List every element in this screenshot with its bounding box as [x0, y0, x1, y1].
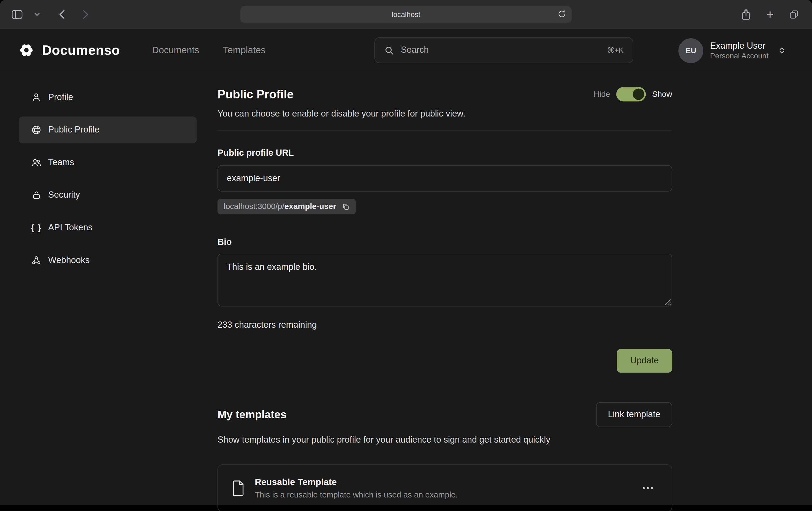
search-shortcut: ⌘+K	[607, 46, 624, 54]
sidebar-toggle-icon[interactable]	[9, 7, 25, 22]
globe-icon	[31, 125, 41, 135]
address-bar[interactable]: localhost	[240, 6, 572, 23]
profile-link-chip: localhost:3000/p/example-user	[218, 199, 356, 214]
profile-visibility-toggle[interactable]	[616, 87, 646, 102]
public-profile-panel: Public Profile Hide Show You can choose …	[218, 71, 672, 505]
template-card: Reusable Template This is a reusable tem…	[218, 464, 672, 511]
divider	[218, 130, 672, 131]
sidebar-item-label: Teams	[48, 157, 74, 168]
ellipsis-icon	[643, 487, 645, 489]
toolbar-chevron-down-icon[interactable]	[29, 7, 45, 22]
bio-label: Bio	[218, 237, 672, 247]
characters-remaining: 233 characters remaining	[218, 320, 672, 330]
settings-sidebar: Profile Public Profile Teams Security	[0, 71, 218, 505]
sidebar-item-public-profile[interactable]: Public Profile	[19, 117, 197, 144]
show-label: Show	[652, 90, 672, 99]
sidebar-item-label: Profile	[48, 92, 73, 102]
user-account-type: Personal Account	[710, 51, 768, 61]
user-name: Example User	[710, 40, 768, 51]
template-description: This is a reusable template which is use…	[255, 490, 458, 500]
bio-textarea[interactable]: This is an example bio.	[218, 253, 672, 306]
webhook-icon	[31, 255, 41, 266]
template-title: Reusable Template	[255, 477, 458, 488]
public-profile-url-input[interactable]	[218, 165, 672, 192]
toggle-knob	[633, 88, 644, 100]
search-placeholder: Search	[401, 45, 429, 55]
sidebar-item-security[interactable]: Security	[19, 182, 197, 209]
search-icon	[384, 46, 394, 55]
hide-label: Hide	[594, 90, 610, 99]
profile-link-slug: example-user	[285, 202, 336, 211]
sidebar-item-teams[interactable]: Teams	[19, 149, 197, 176]
share-icon[interactable]	[738, 7, 754, 22]
user-menu[interactable]: EU Example User Personal Account	[678, 29, 786, 71]
my-templates-title: My templates	[218, 409, 286, 421]
documenso-logo-icon	[18, 41, 35, 59]
nav-templates[interactable]: Templates	[223, 45, 266, 56]
link-template-button[interactable]: Link template	[596, 402, 672, 427]
sidebar-item-profile[interactable]: Profile	[19, 84, 197, 111]
address-url-text: localhost	[392, 10, 420, 19]
public-profile-url-label: Public profile URL	[218, 148, 672, 158]
braces-icon: { }	[31, 223, 41, 232]
sidebar-item-label: API Tokens	[48, 222, 92, 233]
back-button[interactable]	[54, 7, 69, 22]
avatar[interactable]: EU	[678, 38, 703, 63]
file-icon	[232, 480, 245, 497]
lock-icon	[31, 190, 41, 200]
reload-icon[interactable]	[557, 9, 567, 19]
visibility-toggle-group: Hide Show	[594, 87, 672, 102]
new-tab-icon[interactable]: +	[766, 8, 774, 21]
page-title: Public Profile	[218, 87, 293, 101]
profile-link-prefix: localhost:3000/p/	[224, 202, 284, 211]
chevrons-up-down-icon[interactable]	[777, 46, 786, 55]
copy-icon[interactable]	[342, 203, 350, 211]
user-icon	[31, 92, 41, 102]
browser-toolbar: localhost +	[0, 0, 812, 29]
app-header: Documenso Documents Templates Search ⌘+K…	[0, 29, 812, 71]
my-templates-description: Show templates in your public profile fo…	[218, 433, 578, 447]
search-button[interactable]: Search ⌘+K	[374, 37, 633, 63]
sidebar-item-label: Webhooks	[48, 255, 90, 266]
sidebar-item-api-tokens[interactable]: { } API Tokens	[19, 214, 197, 241]
brand-name: Documenso	[42, 42, 120, 58]
update-button[interactable]: Update	[617, 349, 672, 372]
browser-window: localhost +	[0, 0, 812, 511]
template-menu-button[interactable]	[639, 483, 657, 493]
sidebar-item-label: Public Profile	[48, 125, 99, 135]
settings-page: Profile Public Profile Teams Security	[0, 71, 812, 505]
sidebar-item-webhooks[interactable]: Webhooks	[19, 247, 197, 274]
brand[interactable]: Documenso	[18, 41, 120, 59]
users-icon	[31, 157, 41, 168]
tab-overview-icon[interactable]	[786, 7, 802, 22]
nav-documents[interactable]: Documents	[152, 45, 199, 56]
page-description: You can choose to enable or disable your…	[218, 109, 672, 119]
sidebar-item-label: Security	[48, 190, 80, 200]
main-nav: Documents Templates	[152, 45, 265, 56]
forward-button[interactable]	[78, 7, 93, 22]
